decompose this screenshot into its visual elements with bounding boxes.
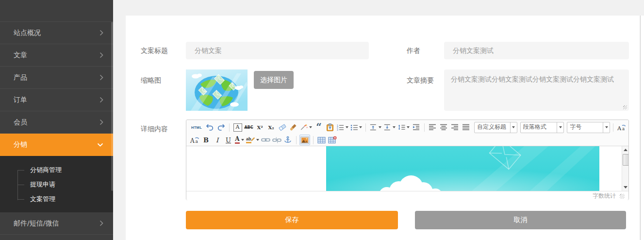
editor-resize-grip[interactable] (620, 194, 625, 199)
svg-text:A: A (190, 137, 195, 144)
row-spacing-bottom-button[interactable] (383, 122, 396, 133)
case-convert-button[interactable]: Aa (616, 122, 627, 133)
submenu-item-withdrawal-request[interactable]: 提现申请 (0, 177, 113, 192)
remove-format-button[interactable] (277, 122, 287, 133)
paste-text-button[interactable] (325, 122, 335, 133)
underline-button[interactable]: U (223, 135, 233, 145)
align-center-icon (440, 124, 447, 131)
case-convert-2-button[interactable]: Aa (189, 135, 200, 145)
submenu-item-copy-management[interactable]: 文案管理 (0, 192, 113, 206)
sidebar-item-products[interactable]: 产品 (0, 67, 113, 89)
toolbar-separator (229, 123, 230, 132)
line-height-button[interactable] (397, 122, 410, 133)
svg-text:a: a (196, 139, 198, 144)
undo-button[interactable] (205, 122, 215, 133)
dropdown-caret-icon (309, 126, 312, 128)
triangle-up-icon (624, 149, 627, 151)
toolbar-row-1: HTML A ABC X² (189, 121, 627, 134)
magic-wand-icon (300, 123, 308, 131)
sidebar-item-site-overview[interactable]: 站点概况 (0, 22, 113, 44)
link-icon (261, 137, 270, 143)
strikethrough-icon: ABC (244, 125, 253, 130)
sidebar-item-mail-sms-wechat[interactable]: 邮件/短信/微信 (0, 212, 113, 235)
editor-toolbar: HTML A ABC X² (186, 120, 628, 146)
editor-scrollbar-thumb[interactable] (623, 154, 628, 166)
dropdown-caret-icon (559, 126, 562, 128)
row-spacing-bottom-icon (383, 123, 391, 131)
insert-link-button[interactable] (261, 135, 271, 145)
highlight-color-button[interactable]: ab (246, 135, 260, 145)
editor-scrollbar[interactable] (622, 146, 628, 191)
align-right-button[interactable] (450, 122, 460, 133)
dropdown-caret-icon (359, 126, 362, 128)
sidebar-item-distribution[interactable]: 分销 (0, 134, 113, 156)
custom-title-dropdown[interactable]: 自定义标题 (474, 122, 517, 133)
indent-button[interactable] (411, 122, 421, 133)
title-input[interactable]: 分销文案 (186, 42, 369, 59)
editor-content[interactable] (186, 146, 628, 191)
sidebar-item-members[interactable]: 会员 (0, 111, 113, 134)
title-label: 文案标题 (141, 42, 168, 59)
save-button[interactable]: 保存 (186, 211, 398, 229)
blockquote-button[interactable]: “ (314, 122, 324, 133)
font-color-icon: A (235, 136, 239, 144)
word-count-label: 字数统计 (593, 191, 616, 200)
table-delete-icon (328, 136, 337, 144)
thumbnail-label: 缩略图 (141, 71, 161, 89)
remove-link-button[interactable] (272, 135, 282, 145)
custom-title-dropdown-label: 自定义标题 (475, 122, 510, 133)
sidebar-scrollbar-thumb[interactable] (111, 22, 113, 191)
redo-button[interactable] (216, 122, 226, 133)
strikethrough-button[interactable]: ABC (244, 122, 254, 133)
sidebar-header (0, 0, 113, 22)
font-color-button[interactable]: A (234, 135, 245, 145)
dropdown-arrow-button[interactable] (603, 122, 610, 133)
scroll-up-button[interactable] (622, 147, 628, 153)
sidebar-item-orders[interactable]: 订单 (0, 89, 113, 111)
unordered-list-icon (350, 123, 358, 131)
rich-text-editor: HTML A ABC X² (186, 120, 629, 200)
source-code-button[interactable]: HTML (189, 122, 204, 133)
align-center-button[interactable] (439, 122, 449, 133)
sidebar-item-articles[interactable]: 文章 (0, 44, 113, 67)
toolbar-separator (424, 123, 425, 132)
font-size-dropdown[interactable]: 字号 (567, 122, 610, 133)
summary-textarea[interactable]: 分销文案测试分销文案测试分销文案测试分销文案测试 (444, 69, 629, 111)
submenu-item-distributor-management[interactable]: 分销商管理 (0, 163, 113, 177)
row-spacing-top-button[interactable] (369, 122, 382, 133)
superscript-button[interactable]: X² (255, 122, 265, 133)
unordered-list-button[interactable] (350, 122, 363, 133)
author-label: 作者 (407, 42, 420, 59)
bold-button[interactable]: B (201, 135, 211, 145)
scroll-down-button[interactable] (622, 184, 628, 190)
cancel-button[interactable]: 取消 (415, 211, 626, 229)
auto-typeset-button[interactable] (299, 122, 313, 133)
font-button[interactable]: A (232, 122, 243, 133)
line-height-icon (397, 123, 405, 131)
choose-image-button[interactable]: 选择图片 (254, 71, 294, 89)
submenu-item-label: 分销商管理 (30, 166, 62, 173)
align-left-button[interactable] (428, 122, 438, 133)
format-brush-button[interactable] (288, 122, 298, 133)
insert-table-button[interactable] (316, 135, 327, 145)
author-input[interactable]: 分销文案测试 (444, 42, 629, 59)
insert-image-button[interactable] (299, 135, 310, 145)
chevron-right-icon (99, 52, 103, 58)
dropdown-arrow-button[interactable] (557, 122, 563, 133)
italic-button[interactable]: I (212, 135, 222, 145)
dropdown-arrow-button[interactable] (510, 122, 517, 133)
align-left-icon (429, 124, 436, 131)
html-source-icon: HTML (191, 125, 202, 130)
textarea-resize-grip[interactable] (623, 105, 627, 109)
ordered-list-button[interactable]: 123 (336, 122, 349, 133)
subscript-button[interactable]: X₂ (266, 122, 276, 133)
chevron-right-icon (99, 119, 103, 125)
admin-page: 站点概况 文章 产品 订单 会员 (0, 0, 644, 240)
delete-table-button[interactable] (328, 135, 338, 145)
align-justify-button[interactable] (461, 122, 471, 133)
sidebar-item-label: 订单 (14, 96, 27, 104)
paragraph-format-dropdown[interactable]: 段落格式 (520, 122, 564, 133)
anchor-button[interactable] (283, 135, 293, 145)
page-scrollbar-track[interactable] (640, 16, 644, 240)
align-justify-icon (462, 124, 470, 131)
